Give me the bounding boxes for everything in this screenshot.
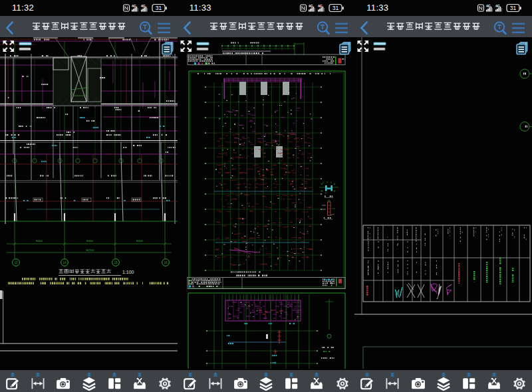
svg-text:31: 31 — [155, 5, 162, 11]
svg-text:31: 31 — [332, 5, 339, 11]
svg-text:8400: 8400 — [136, 239, 143, 243]
svg-text:31: 31 — [510, 5, 517, 11]
svg-text:13: 13 — [14, 261, 18, 264]
svg-text:15: 15 — [114, 261, 118, 264]
svg-text:16: 16 — [164, 261, 168, 264]
svg-text:4G: 4G — [318, 4, 323, 8]
svg-text:4G: 4G — [309, 4, 313, 8]
svg-text:8400: 8400 — [86, 239, 93, 243]
svg-text:8400: 8400 — [36, 239, 43, 243]
svg-text:56700: 56700 — [86, 248, 94, 252]
svg-text:4G: 4G — [486, 4, 491, 8]
svg-text:4G: 4G — [495, 4, 500, 8]
svg-text:4G: 4G — [132, 4, 136, 8]
svg-text:4G: 4G — [141, 4, 146, 8]
svg-text:14: 14 — [63, 261, 66, 264]
svg-text:1:100: 1:100 — [122, 270, 134, 274]
